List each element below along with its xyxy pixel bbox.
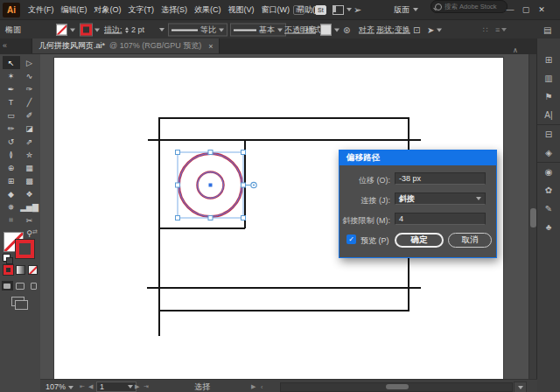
eraser-tool[interactable]: ◪	[21, 122, 38, 135]
zoom-chevron-icon[interactable]	[68, 386, 74, 389]
menu-item[interactable]: 效果(C)	[191, 4, 225, 16]
stroke-link[interactable]: 描边:	[104, 24, 122, 36]
none-button[interactable]	[28, 265, 38, 275]
maximize-button[interactable]: ▢	[518, 5, 534, 14]
selection-tool[interactable]: ↖	[3, 56, 20, 69]
ok-button[interactable]: 确定	[395, 233, 444, 248]
transform-link[interactable]: 变换	[395, 24, 410, 36]
document-tab[interactable]: 几何拼接风网页.ai* @ 107% (RGB/GPU 预览) ×	[32, 38, 220, 53]
selection-handle[interactable]	[208, 150, 213, 155]
gradient-panel[interactable]: ✿	[537, 181, 560, 200]
offset-input[interactable]: -38 px	[395, 172, 486, 185]
draw-inside-button[interactable]	[28, 281, 39, 290]
stock-badge-icon[interactable]: St	[315, 0, 326, 19]
paintbrush-tool[interactable]: ✐	[21, 108, 38, 122]
selection-handle[interactable]	[242, 150, 246, 155]
joins-select[interactable]: 斜接	[395, 192, 486, 205]
width-tool[interactable]: ≬	[3, 148, 20, 161]
tools-collapse-icon[interactable]: «	[3, 41, 7, 50]
slice-tool[interactable]: ✂	[21, 214, 38, 227]
eyedropper-tool[interactable]: ◆	[3, 187, 20, 200]
rotate-tool[interactable]: ↺	[3, 135, 20, 148]
symbol-sprayer-tool[interactable]: ✵	[3, 200, 20, 214]
search-input[interactable]	[444, 3, 499, 10]
symbols-panel[interactable]: ♣	[537, 218, 560, 236]
tab-close-icon[interactable]: ×	[208, 42, 213, 51]
stroke-weight-value[interactable]: 2 pt	[131, 25, 144, 34]
scale-tool[interactable]: ⇗	[21, 135, 38, 148]
menu-item[interactable]: 文件(F)	[24, 4, 58, 16]
recolor-artwork-icon[interactable]: ⊛	[343, 25, 350, 35]
artboards-panel[interactable]: ▥	[537, 69, 560, 88]
curvature-tool[interactable]: ✑	[21, 82, 38, 95]
zoom-level[interactable]: 107%	[46, 382, 66, 391]
screen-mode-icon[interactable]	[11, 297, 24, 306]
align-link[interactable]: 对齐	[359, 24, 374, 36]
menu-item[interactable]: 编辑(E)	[58, 4, 91, 16]
dock-collapse-icon[interactable]: ∧	[513, 46, 518, 54]
gradient-tool[interactable]: ▩	[21, 174, 38, 187]
grid-options-icon[interactable]: ∷	[483, 25, 488, 34]
style-chevron-icon[interactable]	[334, 28, 340, 32]
status-flyout-icon[interactable]: ▶	[251, 383, 256, 390]
arrange-icon[interactable]: ⊡	[413, 25, 420, 35]
selection-handle[interactable]	[242, 183, 246, 187]
shape-link[interactable]: 形状:	[376, 24, 395, 36]
workspace-switcher-icon[interactable]	[332, 0, 352, 19]
stroke-chevron-icon[interactable]	[94, 28, 100, 32]
shape-builder-tool[interactable]: ⊕	[3, 161, 20, 174]
lasso-tool[interactable]: ∿	[21, 69, 38, 82]
next-artboard-icon[interactable]: ▶	[135, 383, 139, 390]
pathfinder-panel[interactable]: ⊟	[537, 125, 560, 144]
align-panel[interactable]: ⚑	[537, 88, 560, 106]
mesh-tool[interactable]: ⊞	[3, 174, 20, 187]
perspective-grid-tool[interactable]: ▦	[21, 161, 38, 174]
miter-limit-input[interactable]: 4	[395, 213, 486, 225]
dialog-title-bar[interactable]: 偏移路径	[340, 150, 496, 165]
horizontal-scrollbar-thumb[interactable]	[386, 384, 409, 389]
share-icon[interactable]: ➢	[354, 0, 361, 19]
appearance-panel[interactable]: ◉	[537, 163, 560, 181]
close-button[interactable]: ✕	[534, 5, 550, 14]
brush-dropdown[interactable]: 基本	[230, 24, 286, 37]
character-panel[interactable]: A|	[537, 106, 560, 125]
swap-fill-stroke-icon[interactable]: ⇄	[32, 228, 38, 235]
status-back-icon[interactable]: ‹	[261, 383, 262, 389]
brushes-panel[interactable]: ✎	[537, 200, 560, 218]
list-options-icon[interactable]: ≡	[495, 25, 500, 34]
prev-artboard-icon[interactable]: ◀	[88, 383, 93, 390]
artboard-tool[interactable]: ⌗	[3, 214, 20, 227]
stroke-weight-chevron-icon[interactable]	[159, 28, 164, 32]
blend-tool[interactable]: ❖	[21, 187, 38, 200]
type-tool[interactable]: T	[3, 95, 20, 108]
shaper-tool[interactable]: ✏	[3, 122, 20, 135]
selection-handle[interactable]	[208, 216, 213, 220]
magic-wand-tool[interactable]: ✶	[3, 69, 20, 82]
menu-item[interactable]: 对象(O)	[91, 4, 125, 16]
workspace-menu[interactable]: 版面	[394, 0, 418, 19]
bridge-badge-icon[interactable]: Br	[293, 0, 304, 19]
selection-handle[interactable]	[176, 216, 180, 220]
rectangle-tool[interactable]: ▭	[3, 108, 20, 122]
transform-panel[interactable]: ⊞	[537, 51, 560, 69]
last-artboard-icon[interactable]: ⇥	[144, 383, 149, 390]
pen-tool[interactable]: ✒	[3, 82, 20, 95]
layers-panel[interactable]: ◈	[537, 144, 560, 163]
menu-item[interactable]: 选择(S)	[158, 4, 191, 16]
menu-item[interactable]: 文字(T)	[125, 4, 158, 16]
stroke-color-indicator[interactable]	[16, 240, 34, 258]
menu-item[interactable]: 窗口(W)	[258, 4, 294, 16]
puppet-warp-tool[interactable]: ✮	[21, 148, 38, 161]
profile-dropdown[interactable]: 等比	[168, 24, 228, 37]
horizontal-scrollbar[interactable]	[280, 382, 513, 392]
fill-none-swatch[interactable]	[56, 24, 67, 36]
first-artboard-icon[interactable]: ⇤	[80, 383, 85, 390]
select-similar-icon[interactable]: ➤	[427, 25, 434, 35]
stroke-weight-stepper[interactable]	[125, 27, 129, 33]
gradient-button[interactable]	[16, 265, 25, 275]
select-similar-chevron-icon[interactable]	[437, 28, 442, 32]
default-fill-stroke-icon[interactable]	[3, 254, 10, 262]
color-button[interactable]	[4, 265, 13, 275]
style-swatch[interactable]	[320, 24, 332, 36]
fill-chevron-icon[interactable]	[70, 28, 75, 32]
